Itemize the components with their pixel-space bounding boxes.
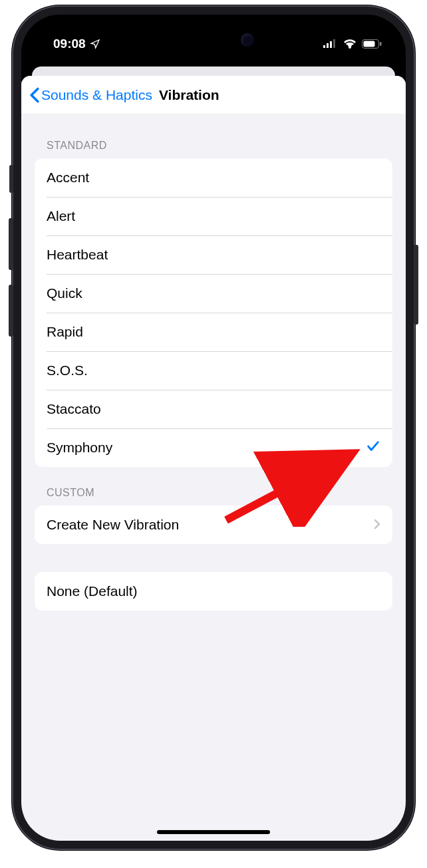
mute-switch — [9, 165, 13, 193]
vibration-option-staccato[interactable]: Staccato — [35, 390, 392, 428]
svg-rect-7 — [380, 42, 382, 46]
modal-card-stack: Sounds & Haptics Vibration STANDARD Acce… — [21, 67, 406, 841]
vibration-option-heartbeat[interactable]: Heartbeat — [35, 235, 392, 274]
row-label: None (Default) — [47, 583, 138, 599]
battery-icon — [362, 39, 382, 49]
vibration-option-quick[interactable]: Quick — [35, 274, 392, 313]
row-label: Quick — [47, 285, 82, 301]
svg-rect-0 — [323, 45, 325, 48]
vibration-option-rapid[interactable]: Rapid — [35, 313, 392, 351]
back-button[interactable]: Sounds & Haptics — [28, 84, 154, 106]
row-label: Rapid — [47, 324, 83, 340]
svg-rect-2 — [330, 41, 332, 48]
row-label: Create New Vibration — [47, 517, 179, 533]
svg-point-4 — [349, 46, 351, 49]
custom-vibrations-list: Create New Vibration — [35, 506, 392, 544]
vibration-option-accent[interactable]: Accent — [35, 158, 392, 197]
row-label: Alert — [47, 208, 75, 224]
vibration-option-sos[interactable]: S.O.S. — [35, 351, 392, 390]
none-option-list: None (Default) — [35, 572, 392, 611]
row-label: Accent — [47, 170, 89, 186]
row-label: Staccato — [47, 401, 101, 417]
vibration-option-alert[interactable]: Alert — [35, 197, 392, 235]
row-label: S.O.S. — [47, 362, 88, 378]
settings-content: STANDARD Accent Alert Heartbeat Quick — [21, 114, 406, 611]
create-new-vibration-button[interactable]: Create New Vibration — [35, 506, 392, 544]
page-title: Vibration — [159, 87, 219, 103]
svg-rect-1 — [327, 43, 329, 48]
back-button-label: Sounds & Haptics — [41, 87, 152, 103]
svg-rect-3 — [333, 39, 335, 48]
vibration-option-none[interactable]: None (Default) — [35, 572, 392, 611]
svg-rect-6 — [364, 41, 375, 47]
chevron-left-icon — [29, 87, 40, 103]
navigation-bar: Sounds & Haptics Vibration — [21, 76, 406, 114]
volume-up-button — [9, 218, 13, 270]
location-arrow-icon — [90, 39, 100, 49]
phone-frame: 09:08 — [12, 5, 415, 850]
row-label: Symphony — [47, 440, 112, 456]
wifi-icon — [343, 39, 356, 49]
phone-screen: 09:08 — [21, 15, 406, 841]
status-time: 09:08 — [53, 37, 86, 51]
cellular-signal-icon — [323, 39, 338, 49]
volume-down-button — [9, 285, 13, 337]
section-header-custom: CUSTOM — [35, 467, 392, 506]
row-label: Heartbeat — [47, 247, 108, 263]
dynamic-island — [164, 27, 263, 55]
chevron-right-icon — [374, 517, 380, 533]
checkmark-icon — [366, 439, 380, 457]
section-header-standard: STANDARD — [35, 114, 392, 158]
standard-vibrations-list: Accent Alert Heartbeat Quick Rapid — [35, 158, 392, 467]
settings-sheet: Sounds & Haptics Vibration STANDARD Acce… — [21, 76, 406, 841]
home-indicator[interactable] — [157, 830, 270, 834]
vibration-option-symphony[interactable]: Symphony — [35, 428, 392, 467]
power-button — [414, 245, 418, 325]
